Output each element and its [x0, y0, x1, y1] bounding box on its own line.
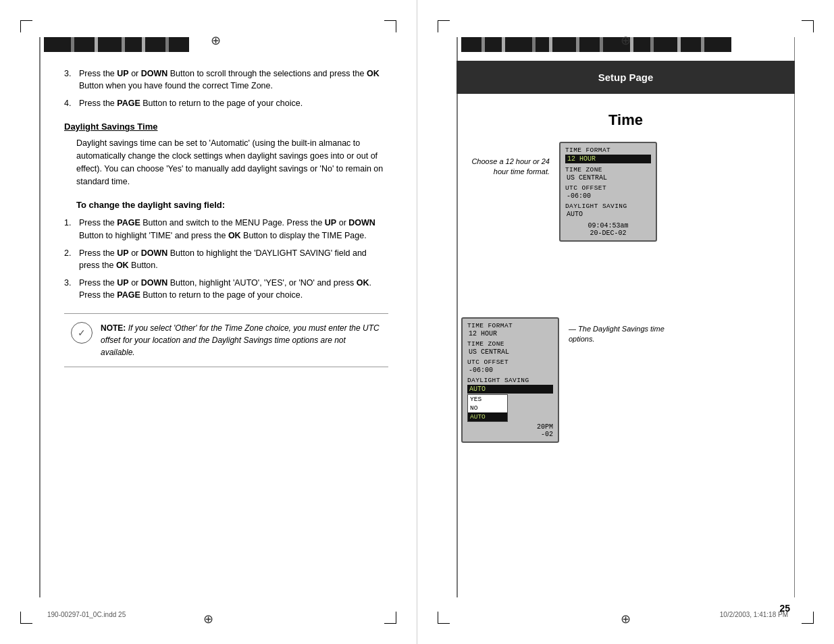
- note-icon: ✓: [71, 322, 93, 344]
- value-auto-1: AUTO: [565, 211, 651, 218]
- display2-caption: — The Daylight Savings time options.: [559, 317, 667, 345]
- label-time-format-2: TIME FORMAT: [467, 322, 553, 329]
- value-us-central-1: US CENTRAL: [565, 174, 651, 182]
- value-utc-1: -06:00: [565, 192, 651, 200]
- daylight-step-1: 1. Press the PAGE Button and switch to t…: [64, 217, 388, 241]
- value-auto-selected: AUTO: [467, 385, 553, 394]
- content-left: 3. Press the UP or DOWN Button to scroll…: [64, 68, 388, 367]
- note-label: NOTE:: [101, 323, 126, 333]
- time-display-2: 20PM: [467, 423, 553, 431]
- label-time-format: TIME FORMAT: [565, 146, 651, 154]
- step-4: 4. Press the PAGE Button to return to th…: [64, 97, 388, 109]
- top-bar-right: [461, 37, 752, 52]
- r-corner-tr: [802, 20, 814, 32]
- r-corner-br: [802, 612, 814, 624]
- label-daylight-2: DAYLIGHT SAVING: [467, 377, 553, 384]
- bottom-crosshair-left: ⊕: [203, 612, 213, 626]
- r-corner-tl: [438, 20, 450, 32]
- margin-line-left: [39, 37, 41, 597]
- corner-br: [384, 612, 396, 624]
- value-us-central-2: US CENTRAL: [467, 348, 553, 356]
- device-display-1: TIME FORMAT 12 HOUR TIME ZONE US CENTRAL…: [559, 142, 657, 242]
- display1-section: Choose a 12 hour or 24 hour time format.…: [468, 142, 657, 242]
- dropdown-auto-active: AUTO: [468, 412, 507, 421]
- time-display-2b: -02: [467, 431, 553, 438]
- daylight-steps: 1. Press the PAGE Button and switch to t…: [64, 217, 388, 301]
- dropdown-yes: YES: [468, 395, 507, 404]
- daylight-step-3: 3. Press the UP or DOWN Button, highligh…: [64, 277, 388, 301]
- r-corner-bl: [438, 612, 450, 624]
- value-12hour-2: 12 HOUR: [467, 330, 553, 338]
- section-title: Daylight Savings Time: [64, 122, 388, 132]
- label-utc-1: UTC OFFSET: [565, 184, 651, 192]
- label-daylight-1: DAYLIGHT SAVING: [565, 203, 651, 210]
- dropdown-box: YES NO AUTO: [467, 394, 508, 422]
- sub-section-title: To change the daylight saving field:: [76, 200, 388, 210]
- note-box: ✓ NOTE: If you select 'Other' for the Ti…: [64, 313, 388, 367]
- time-title: Time: [417, 111, 834, 129]
- intro-steps: 3. Press the UP or DOWN Button to scroll…: [64, 68, 388, 109]
- corner-tr: [384, 20, 396, 32]
- value-12hour-selected: 12 HOUR: [565, 155, 651, 163]
- display1-caption: Choose a 12 hour or 24 hour time format.: [468, 142, 559, 178]
- display2-section: TIME FORMAT 12 HOUR TIME ZONE US CENTRAL…: [461, 317, 667, 443]
- intro-text: Daylight savings time can be set to 'Aut…: [76, 137, 388, 188]
- setup-page-header: Setup Page: [457, 61, 795, 94]
- label-timezone-1: TIME ZONE: [565, 166, 651, 173]
- crosshair-right-bottom: ⊕: [621, 612, 631, 626]
- corner-tl: [20, 20, 32, 32]
- daylight-step-2: 2. Press the UP or DOWN Button to highli…: [64, 247, 388, 271]
- dropdown-no: NO: [468, 404, 507, 412]
- left-page: ⊕ 3. Press the UP or DOWN Button to scro…: [0, 0, 417, 644]
- note-text: NOTE: If you select 'Other' for the Time…: [101, 322, 382, 358]
- top-bar-left: [44, 37, 192, 52]
- label-timezone-2: TIME ZONE: [467, 340, 553, 348]
- footer-file: 190-00297-01_0C.indd 25: [47, 611, 126, 618]
- label-utc-2: UTC OFFSET: [467, 358, 553, 366]
- corner-bl: [20, 612, 32, 624]
- step-3: 3. Press the UP or DOWN Button to scroll…: [64, 68, 388, 92]
- time-display-1: 09:04:53am 20-DEC-02: [565, 222, 651, 237]
- value-utc-2: -06:00: [467, 367, 553, 374]
- crosshair-center: ⊕: [208, 33, 223, 48]
- crosshair-right-top: ⊕: [621, 33, 631, 48]
- right-page: ⊕ Setup Page Time Choose a 12 hour or 24…: [417, 0, 834, 644]
- device-display-2: TIME FORMAT 12 HOUR TIME ZONE US CENTRAL…: [461, 317, 559, 443]
- footer-date-right: 10/2/2003, 1:41:18 PM: [720, 611, 788, 618]
